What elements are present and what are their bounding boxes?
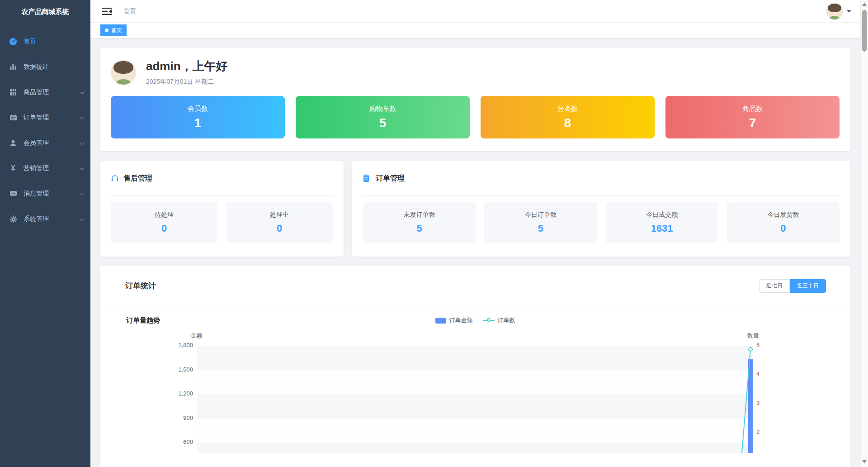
sidebar-item-label: 系统管理 bbox=[24, 215, 80, 223]
sidebar-collapse-icon[interactable] bbox=[102, 7, 112, 16]
user-icon bbox=[9, 139, 17, 147]
stat-label: 商品数 bbox=[742, 105, 763, 113]
panel-title: 订单统计 bbox=[125, 281, 156, 291]
bar-swatch-icon bbox=[435, 318, 446, 324]
chevron-down-icon bbox=[80, 216, 85, 221]
order-statistics-panel: 订单统计 近七日 近三十日 订单量趋势 订单金额 bbox=[100, 266, 850, 467]
stat-label: 未发订单数 bbox=[404, 211, 435, 219]
grid-icon bbox=[9, 88, 17, 96]
chart-plot-area: 金额 数量 1,800 1,500 1,200 900 600 5 4 3 2 bbox=[100, 331, 850, 453]
legend-order-count[interactable]: 订单数 bbox=[483, 316, 515, 324]
stat-label: 分类数 bbox=[557, 105, 578, 113]
order-count-line bbox=[197, 346, 753, 453]
legend-label: 订单数 bbox=[498, 316, 515, 324]
top-header: 首页 bbox=[90, 0, 860, 23]
greeting-text: admin，上午好 bbox=[146, 58, 228, 74]
stat-label: 处理中 bbox=[270, 211, 289, 219]
sidebar-item-marketing[interactable]: ¥ 营销管理 bbox=[0, 156, 90, 181]
stat-label: 会员数 bbox=[188, 105, 208, 113]
stat-cards-row: 会员数 1 购物车数 5 分类数 8 商品数 7 bbox=[111, 96, 840, 138]
orders-today-count-card: 今日订单数 5 bbox=[484, 202, 597, 243]
orders-today-amount-card: 今日成交额 1631 bbox=[606, 202, 718, 243]
legend-order-amount[interactable]: 订单金额 bbox=[435, 316, 473, 324]
scroll-down-icon[interactable] bbox=[862, 460, 867, 463]
gear-icon bbox=[9, 215, 17, 223]
aftersale-pending-card: 待处理 0 bbox=[111, 202, 217, 243]
stat-value: 5 bbox=[417, 223, 422, 234]
sidebar-item-messages[interactable]: 消息管理 bbox=[0, 181, 90, 206]
stat-value: 0 bbox=[780, 223, 786, 234]
sidebar-item-orders[interactable]: 订单管理 bbox=[0, 105, 90, 130]
app-root: 农产品商城系统 首页 数据统计 商品管理 bbox=[0, 0, 868, 467]
y-right-tick: 5 bbox=[756, 342, 760, 348]
orders-unshipped-card: 未发订单数 5 bbox=[363, 202, 476, 243]
sidebar-item-label: 订单管理 bbox=[24, 114, 80, 122]
sidebar-item-home[interactable]: 首页 bbox=[0, 29, 90, 54]
range-7d-button[interactable]: 近七日 bbox=[759, 279, 790, 293]
stat-value: 5 bbox=[538, 223, 543, 234]
y-left-tick: 1,500 bbox=[154, 366, 193, 373]
dashboard-icon bbox=[9, 38, 17, 46]
yen-icon: ¥ bbox=[9, 164, 17, 172]
vertical-scrollbar[interactable] bbox=[860, 0, 868, 467]
line-swatch-icon bbox=[483, 320, 495, 321]
y-left-tick: 1,800 bbox=[154, 342, 193, 348]
stat-label: 今日订单数 bbox=[525, 211, 557, 219]
sidebar-item-members[interactable]: 会员管理 bbox=[0, 130, 90, 156]
tags-bar: 首页 bbox=[90, 23, 860, 38]
headset-icon bbox=[111, 174, 119, 182]
tab-home[interactable]: 首页 bbox=[100, 24, 127, 36]
legend-label: 订单金额 bbox=[449, 316, 473, 324]
y-left-tick: 1,200 bbox=[154, 390, 193, 397]
scroll-up-icon[interactable] bbox=[862, 3, 867, 6]
chevron-down-icon bbox=[80, 89, 85, 94]
y-left-tick: 900 bbox=[154, 415, 193, 421]
scrollbar-thumb[interactable] bbox=[862, 10, 867, 52]
sidebar-item-label: 商品管理 bbox=[24, 88, 80, 96]
stat-value: 0 bbox=[161, 223, 167, 234]
stat-card-carts: 购物车数 5 bbox=[296, 96, 470, 138]
stat-value: 0 bbox=[277, 223, 282, 234]
y-axis-left-name: 金额 bbox=[163, 332, 202, 340]
chevron-down-icon bbox=[80, 165, 85, 170]
active-dot-icon bbox=[105, 29, 108, 32]
stat-label: 购物车数 bbox=[369, 105, 396, 113]
panel-title: 订单管理 bbox=[376, 174, 405, 183]
user-avatar[interactable] bbox=[826, 3, 843, 20]
stat-card-products: 商品数 7 bbox=[665, 96, 840, 138]
sidebar-item-system[interactable]: 系统管理 bbox=[0, 206, 90, 232]
chart-grid bbox=[197, 346, 753, 453]
sidebar-nav: 首页 数据统计 商品管理 订单管理 bbox=[0, 29, 90, 232]
clipboard-icon bbox=[363, 174, 371, 182]
bar-chart-icon bbox=[9, 63, 17, 71]
y-right-tick: 4 bbox=[756, 371, 760, 377]
breadcrumb[interactable]: 首页 bbox=[123, 7, 136, 15]
stat-value: 1 bbox=[194, 116, 202, 130]
date-text: 2025年07月01日 星期二 bbox=[146, 78, 228, 86]
sidebar-item-statistics[interactable]: 数据统计 bbox=[0, 54, 90, 80]
stat-label: 待处理 bbox=[155, 211, 174, 219]
sidebar-item-label: 消息管理 bbox=[24, 190, 80, 198]
range-30d-button[interactable]: 近三十日 bbox=[790, 279, 826, 293]
aftersale-panel: 售后管理 待处理 0 处理中 0 bbox=[100, 161, 344, 257]
sidebar-item-label: 会员管理 bbox=[24, 139, 80, 147]
y-right-tick: 3 bbox=[756, 400, 760, 406]
sidebar-item-label: 营销管理 bbox=[24, 164, 80, 172]
sidebar: 农产品商城系统 首页 数据统计 商品管理 bbox=[0, 0, 90, 467]
stat-card-members: 会员数 1 bbox=[111, 96, 285, 138]
panel-title: 售后管理 bbox=[123, 174, 152, 183]
chevron-down-icon bbox=[80, 191, 85, 195]
sidebar-item-products[interactable]: 商品管理 bbox=[0, 80, 90, 105]
chevron-down-icon[interactable] bbox=[847, 10, 851, 13]
welcome-card: admin，上午好 2025年07月01日 星期二 会员数 1 购物车数 5 分… bbox=[100, 48, 850, 151]
orders-panel: 订单管理 未发订单数 5 今日订单数 5 今日成交额 16 bbox=[352, 161, 850, 257]
stat-value: 5 bbox=[379, 116, 387, 130]
range-button-group: 近七日 近三十日 bbox=[759, 279, 826, 293]
chevron-down-icon bbox=[80, 140, 85, 145]
orders-today-shipped-card: 今日发货数 0 bbox=[727, 202, 840, 243]
y-right-tick: 2 bbox=[756, 429, 760, 435]
message-icon bbox=[9, 190, 17, 198]
y-left-tick: 600 bbox=[154, 438, 193, 445]
page-content: admin，上午好 2025年07月01日 星期二 会员数 1 购物车数 5 分… bbox=[90, 38, 860, 467]
app-title: 农产品商城系统 bbox=[0, 0, 90, 21]
